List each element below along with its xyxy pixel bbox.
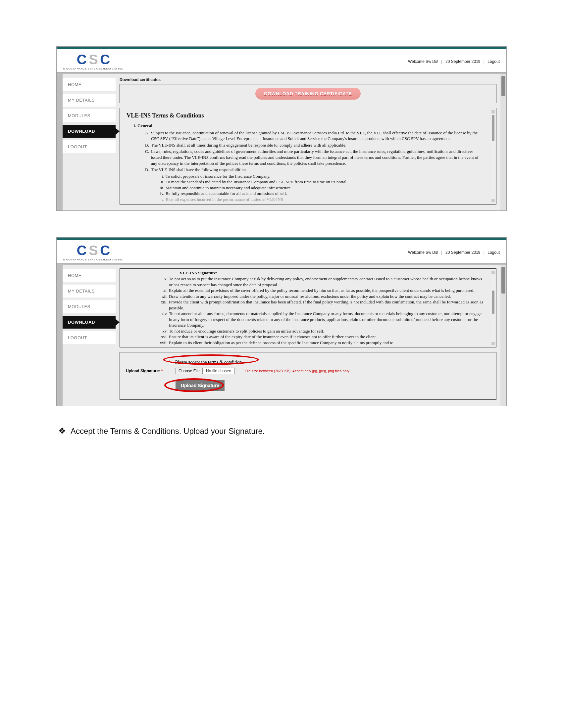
terms-xiv: To not amend or alter any forms, documen…	[169, 311, 485, 328]
screenshot-bottom: C S C E-GOVERNANCE SERVICES INDIA LIMITE…	[56, 237, 507, 406]
download-training-certificate-button[interactable]: DOWNLOAD TRAINING CERTIFICATE	[255, 88, 360, 100]
choose-file-button[interactable]: Choose File	[176, 368, 203, 374]
welcome-text: Welcome Sw Ds!	[408, 250, 438, 255]
terms-scrollbar[interactable]	[492, 271, 495, 345]
sidebar-item-download[interactable]: DOWNLOAD	[63, 125, 116, 138]
logo-letter-c1: C	[76, 53, 87, 67]
sidebar: HOME MY DETAILS MODULES DOWNLOAD LOGOUT	[63, 265, 116, 405]
terms-xvii: Explain to its client their obligation a…	[169, 340, 394, 346]
file-size-note: File size between (20-50KB). Accept only…	[245, 369, 350, 373]
logo-subtitle: E-GOVERNANCE SERVICES INDIA LIMITED	[63, 258, 123, 261]
logo-letter-c1: C	[76, 244, 87, 257]
logo-letter-s: S	[88, 244, 99, 257]
terms-title: VLE-INS Terms & Conditions	[126, 112, 485, 119]
terms-a: Subject to the issuance, continuation of…	[151, 130, 485, 142]
file-chosen-text: No file chosen	[203, 368, 234, 374]
terms-d-iii: Maintain and continue to maintain necess…	[165, 185, 292, 191]
terms-xvi: Ensure that its client is aware of the e…	[169, 334, 377, 340]
sidebar-item-logout[interactable]: LOGOUT	[63, 140, 116, 153]
terms-d: The VLE-INS shall have the following res…	[151, 167, 246, 173]
terms-c: Laws, rules, regulations, codes and guid…	[151, 149, 485, 166]
instruction-line: ❖ Accept the Terms & Conditions. Upload …	[56, 426, 507, 436]
terms-x: To not act so as to put the Insurance Co…	[169, 276, 485, 288]
top-stripe	[57, 238, 506, 240]
logo-letter-c2: C	[99, 53, 111, 67]
upload-signature-label: Upload Signature: *	[126, 369, 175, 373]
instruction-text: Accept the Terms & Conditions. Upload yo…	[70, 427, 265, 436]
main-content-top: Download certificates DOWNLOAD TRAINING …	[116, 74, 500, 210]
terms-box-scrolled: VLE-INS Signature: x.To not act so as to…	[119, 268, 496, 347]
header: C S C E-GOVERNANCE SERVICES INDIA LIMITE…	[57, 240, 506, 263]
certificate-box: DOWNLOAD TRAINING CERTIFICATE	[119, 84, 496, 103]
sidebar-item-home[interactable]: HOME	[63, 78, 116, 91]
logo-subtitle: E-GOVERNANCE SERVICES INDIA LIMITED	[63, 67, 123, 70]
sidebar-item-modules[interactable]: MODULES	[63, 109, 116, 122]
file-input[interactable]: Choose File No file chosen	[175, 368, 235, 374]
logo-letter-s: S	[88, 53, 99, 67]
bullet-icon: ❖	[58, 426, 66, 436]
vleins-signature-heading: VLE-INS Signature:	[179, 270, 485, 276]
left-gutter	[57, 74, 63, 210]
outer-scrollbar-bottom[interactable]	[500, 265, 506, 405]
download-certificates-title: Download certificates	[119, 77, 496, 82]
terms-d-ii: To meet the Standards indicated by the I…	[165, 179, 348, 185]
outer-scrollbar-top[interactable]	[500, 74, 506, 210]
welcome-text: Welcome Sw Ds!	[408, 59, 438, 64]
sidebar-item-logout[interactable]: LOGOUT	[63, 331, 116, 344]
sidebar-item-download[interactable]: DOWNLOAD	[63, 316, 116, 329]
header-right: Welcome Sw Ds! | 20 September 2019 | Log…	[408, 250, 500, 255]
logo: C S C E-GOVERNANCE SERVICES INDIA LIMITE…	[63, 53, 123, 70]
terms-xii: Draw attention to any warranty imposed u…	[169, 294, 451, 299]
terms-b: The VLE-INS shall, at all times during t…	[151, 142, 347, 148]
screenshot-top: C S C E-GOVERNANCE SERVICES INDIA LIMITE…	[56, 46, 507, 211]
header-date: 20 September 2019	[446, 59, 480, 64]
terms-xi: Explain all the essential provisions of …	[169, 288, 474, 294]
header-date: 20 September 2019	[446, 250, 480, 255]
terms-d-i: To solicit proposals of insurance for th…	[165, 173, 270, 179]
sidebar-item-modules[interactable]: MODULES	[63, 300, 116, 313]
sidebar-item-mydetails[interactable]: MY DETAILS	[63, 94, 116, 107]
header: C S C E-GOVERNANCE SERVICES INDIA LIMITE…	[57, 49, 506, 72]
terms-xv: To not induce or encourage customers to …	[169, 328, 324, 334]
terms-scrollbar[interactable]	[492, 110, 495, 202]
accept-terms-label: Please accept the terms & condition	[175, 360, 242, 365]
accept-terms-checkbox[interactable]	[169, 360, 173, 364]
terms-box: VLE-INS Terms & Conditions 1. General A.…	[119, 108, 496, 205]
sidebar-item-mydetails[interactable]: MY DETAILS	[63, 285, 116, 297]
terms-d-v-partial: Bear all expenses incurred in the perfor…	[165, 197, 283, 203]
terms-section-general: 1. General	[133, 123, 485, 129]
logout-link[interactable]: Logout	[488, 59, 500, 64]
left-gutter	[57, 265, 63, 405]
header-right: Welcome Sw Ds! | 20 September 2019 | Log…	[408, 59, 500, 64]
sidebar: HOME MY DETAILS MODULES DOWNLOAD LOGOUT	[63, 74, 116, 210]
logout-link[interactable]: Logout	[488, 250, 500, 255]
terms-d-iv: Be fully responsible and accountable for…	[165, 191, 287, 197]
terms-xiii: Provide the client with prompt confirmat…	[169, 299, 485, 311]
main-content-bottom: VLE-INS Signature: x.To not act so as to…	[116, 265, 500, 405]
logo-letter-c2: C	[99, 244, 111, 257]
logo: C S C E-GOVERNANCE SERVICES INDIA LIMITE…	[63, 244, 123, 261]
upload-signature-button[interactable]: Upload Signature	[175, 380, 224, 391]
sidebar-item-home[interactable]: HOME	[63, 269, 116, 282]
upload-box: Please accept the terms & condition Uplo…	[119, 352, 496, 400]
top-stripe	[57, 47, 506, 49]
